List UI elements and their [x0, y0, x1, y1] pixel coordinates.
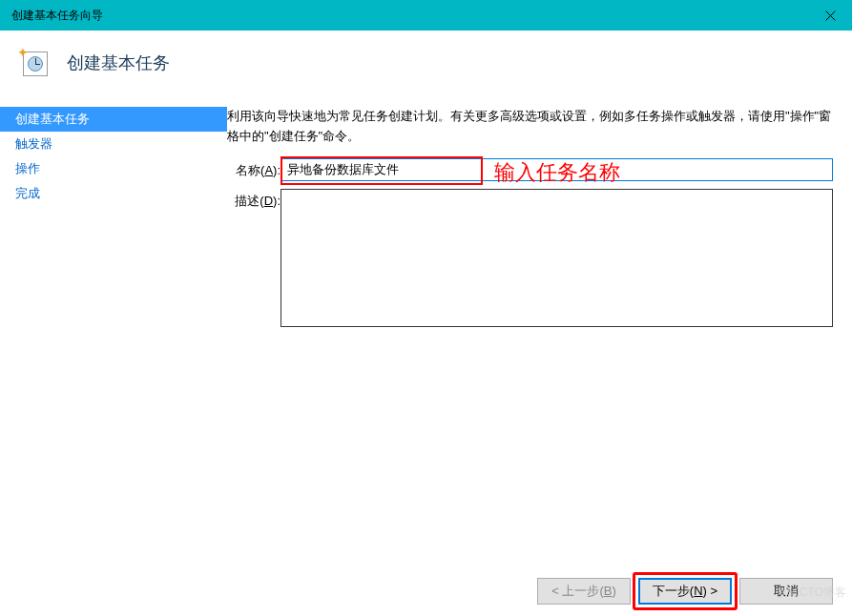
- description-input[interactable]: [281, 189, 833, 327]
- titlebar: 创建基本任务向导: [0, 0, 852, 31]
- step-create-basic-task[interactable]: 创建基本任务: [0, 107, 227, 132]
- step-trigger[interactable]: 触发器: [0, 132, 227, 156]
- wizard-body: 创建基本任务 触发器 操作 完成 利用该向导快速地为常见任务创建计划。有关更多高…: [0, 107, 852, 597]
- window-title: 创建基本任务向导: [11, 8, 103, 24]
- content-panel: 利用该向导快速地为常见任务创建计划。有关更多高级选项或设置，例如多任务操作或触发…: [227, 107, 852, 597]
- steps-panel: 创建基本任务 触发器 操作 完成: [0, 107, 227, 597]
- name-label: 名称(A):: [227, 158, 281, 179]
- intro-text: 利用该向导快速地为常见任务创建计划。有关更多高级选项或设置，例如多任务操作或触发…: [227, 107, 833, 147]
- name-row: 名称(A): 输入任务名称: [227, 158, 833, 181]
- cancel-button[interactable]: 取消: [739, 578, 833, 605]
- page-title: 创建基本任务: [67, 51, 170, 74]
- wizard-header: ✦ 创建基本任务: [0, 31, 852, 107]
- close-button[interactable]: [808, 0, 852, 31]
- step-action[interactable]: 操作: [0, 156, 227, 181]
- description-label: 描述(D):: [227, 189, 281, 210]
- wizard-footer: < 上一步(B) 下一步(N) > 取消: [537, 578, 833, 605]
- back-button: < 上一步(B): [537, 578, 631, 605]
- step-finish[interactable]: 完成: [0, 181, 227, 206]
- annotation-text: 输入任务名称: [494, 158, 620, 187]
- wizard-icon: ✦: [19, 48, 50, 78]
- description-row: 描述(D):: [227, 189, 833, 327]
- close-icon: [825, 10, 836, 21]
- next-button[interactable]: 下一步(N) >: [638, 578, 732, 605]
